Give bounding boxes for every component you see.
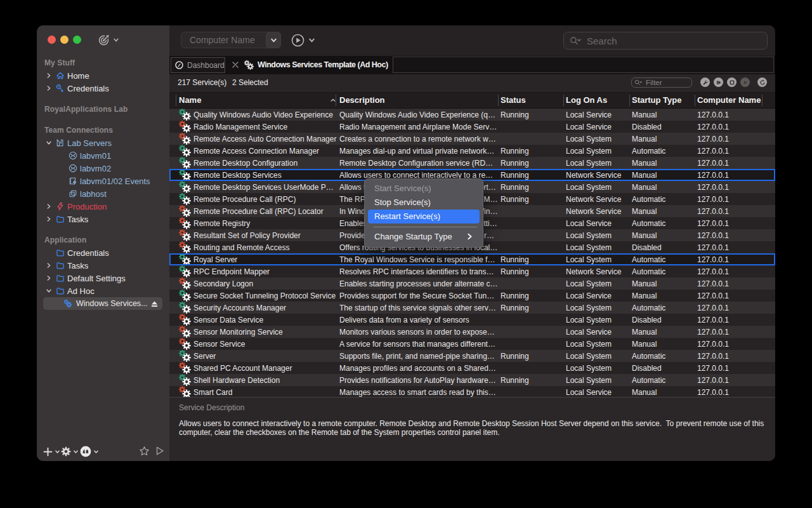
table-row[interactable]: Secure Socket Tunneling Protocol Service… <box>169 290 775 302</box>
computer-name-dropdown-button[interactable] <box>266 32 281 48</box>
zoom-window-button[interactable] <box>73 36 81 44</box>
service-count: 217 Service(s) <box>178 74 226 92</box>
menu-item-stop-service-s[interactable]: Stop Service(s) <box>368 196 480 210</box>
table-row[interactable]: Sensor ServiceA service for sensors that… <box>169 338 775 350</box>
cell-name: Quality Windows Audio Video Experience <box>193 110 337 119</box>
add-icon <box>43 447 53 457</box>
royal-account-button[interactable] <box>80 446 99 457</box>
add-connection-button[interactable] <box>43 447 60 457</box>
sidebar-item-production[interactable]: Production <box>37 200 169 213</box>
cell-description: Creates a connection to a remote network… <box>339 135 498 144</box>
minimize-window-button[interactable] <box>60 36 69 44</box>
stop-button[interactable] <box>727 77 737 87</box>
chevron-right-icon <box>46 262 52 269</box>
sidebar-item-tasks[interactable]: Tasks <box>37 259 169 272</box>
eject-icon[interactable] <box>150 300 159 308</box>
search-field[interactable]: Search <box>563 32 768 50</box>
cell-log-on-as: Local System <box>566 376 627 385</box>
tab-dashboard[interactable]: Dashboard <box>171 57 225 73</box>
table-row[interactable]: Remote Access Connection ManagerManages … <box>169 145 775 157</box>
column-separator[interactable] <box>336 95 336 106</box>
sidebar-item-labvm01[interactable]: labvm01 <box>37 149 169 162</box>
cell-startup-type: Disabled <box>632 316 691 324</box>
cell-log-on-as: Local System <box>566 147 627 156</box>
filter-field[interactable]: Filter <box>631 77 692 88</box>
tab-windows-services[interactable]: Windows Services Template (Ad Hoc) <box>258 56 388 74</box>
refresh-button[interactable] <box>757 77 767 87</box>
column-separator[interactable] <box>695 95 695 106</box>
table-row[interactable]: Shell Hardware DetectionProvides notific… <box>169 374 775 386</box>
service-status-gears-icon <box>178 325 192 338</box>
sidebar-item-windows-services[interactable]: Windows Services... <box>37 297 169 310</box>
table-row[interactable]: Quality Windows Audio Video ExperienceQu… <box>169 109 775 121</box>
column-separator[interactable] <box>176 95 176 106</box>
sidebar-item-default-settings[interactable]: Default Settings <box>37 272 169 284</box>
column-header-description[interactable]: Description <box>339 93 385 108</box>
close-tab-icon[interactable] <box>231 60 240 69</box>
computer-name-combobox[interactable]: Computer Name <box>181 32 281 48</box>
gear-icon <box>61 446 71 457</box>
settings-button[interactable] <box>61 446 79 457</box>
sidebar-section-application: Application <box>37 234 169 246</box>
column-header-log-on-as[interactable]: Log On As <box>566 93 607 108</box>
service-status-gears-icon <box>178 144 192 157</box>
sidebar-item-credentials[interactable]: Credentials <box>37 246 169 259</box>
sidebar-item-label: labhost <box>80 189 107 199</box>
column-separator[interactable] <box>498 95 499 106</box>
cell-log-on-as: Network Service <box>566 195 627 204</box>
chevron-right-icon <box>46 203 52 210</box>
close-window-button[interactable] <box>48 36 56 44</box>
play-button[interactable] <box>740 77 750 87</box>
table-row[interactable]: Radio Management ServiceRadio Management… <box>169 121 775 133</box>
column-header-name[interactable]: Name <box>179 93 201 108</box>
cell-status: Running <box>501 267 560 276</box>
cell-computer-name: 127.0.0.1 <box>697 135 761 144</box>
cell-computer-name: 127.0.0.1 <box>697 255 761 264</box>
column-separator[interactable] <box>563 95 564 106</box>
table-row[interactable]: Royal ServerThe Royal Windows Service is… <box>169 253 775 265</box>
sidebar-item-labhost[interactable]: labhost <box>37 187 169 200</box>
sidebar-item-credentials[interactable]: Credentials <box>37 82 169 95</box>
sidebar-item-lab-servers[interactable]: Lab Servers <box>37 137 169 149</box>
menu-item-change-startup-type[interactable]: Change Startup Type <box>368 230 480 244</box>
table-row[interactable]: Sensor Monitoring ServiceMonitors variou… <box>169 326 775 338</box>
service-status-gears-icon <box>178 289 192 302</box>
sidebar-item-labvm01-02-events[interactable]: labvm01/02 Events <box>37 175 169 187</box>
table-row[interactable]: Shared PC Account ManagerManages profile… <box>169 362 775 374</box>
column-separator[interactable] <box>762 95 763 106</box>
cell-startup-type: Manual <box>632 135 691 144</box>
computer-name-placeholder: Computer Name <box>181 35 266 45</box>
column-separator[interactable] <box>629 95 630 106</box>
table-row[interactable]: Sensor Data ServiceDelivers data from a … <box>169 314 775 326</box>
table-row[interactable]: ServerSupports file, print, and named-pi… <box>169 350 775 362</box>
favorites-button[interactable] <box>139 446 150 457</box>
cell-computer-name: 127.0.0.1 <box>697 364 761 373</box>
chevron-down-icon <box>113 37 119 43</box>
connect-button[interactable] <box>291 34 315 47</box>
column-header-startup-type[interactable]: Startup Type <box>632 93 682 108</box>
sidebar-item-home[interactable]: Home <box>37 69 169 82</box>
run-button[interactable] <box>155 446 165 456</box>
cell-computer-name: 127.0.0.1 <box>697 304 761 312</box>
restart-button[interactable] <box>714 77 723 87</box>
column-header-status[interactable]: Status <box>501 93 526 108</box>
sidebar-item-labvm02[interactable]: labvm02 <box>37 162 169 175</box>
cell-startup-type: Manual <box>632 207 691 216</box>
sidebar-item-ad-hoc[interactable]: Ad Hoc <box>37 284 169 297</box>
application-menu-button[interactable] <box>98 34 119 46</box>
cell-status: Running <box>501 352 560 361</box>
table-row[interactable]: Security Accounts ManagerThe startup of … <box>169 302 775 314</box>
sidebar-item-tasks[interactable]: Tasks <box>37 213 169 225</box>
table-row[interactable]: Smart CardManages access to smart cards … <box>169 386 775 397</box>
menu-item-restart-service-s[interactable]: Restart Service(s) <box>368 210 480 224</box>
cell-name: Remote Desktop Services <box>193 171 337 180</box>
table-row[interactable]: Secondary LogonEnables starting processe… <box>169 277 775 290</box>
service-status-gears-icon <box>178 156 192 170</box>
wrench-button[interactable] <box>700 77 710 87</box>
table-row[interactable]: RPC Endpoint MapperResolves RPC interfac… <box>169 265 775 277</box>
table-row[interactable]: Remote Desktop ConfigurationRemote Deskt… <box>169 157 775 169</box>
column-header-computer-name[interactable]: Computer Name <box>697 93 761 108</box>
sidebar-item-label: Default Settings <box>67 274 126 283</box>
table-row[interactable]: Remote Access Auto Connection ManagerCre… <box>169 133 775 145</box>
cell-startup-type: Manual <box>632 340 691 349</box>
